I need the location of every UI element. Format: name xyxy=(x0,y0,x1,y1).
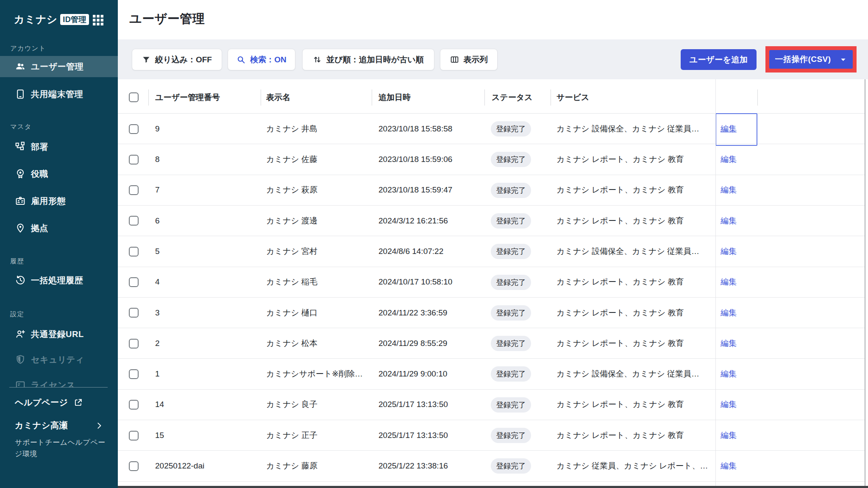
sidebar-item-registration-url[interactable]: 共通登録URL xyxy=(0,323,118,345)
filter-button-label: 絞り込み：OFF xyxy=(155,54,212,65)
search-button[interactable]: 検索：ON xyxy=(228,49,295,70)
sidebar-item-employment-types[interactable]: 雇用形態 xyxy=(0,190,118,212)
sort-button-label: 並び順：追加日時が古い順 xyxy=(326,54,423,65)
cell-services: カミナシ レポート、カミナシ 教育 xyxy=(556,215,684,226)
edit-link[interactable]: 編集 xyxy=(721,215,737,226)
row-checkbox[interactable] xyxy=(129,461,139,471)
column-header-name[interactable]: 表示名 xyxy=(266,92,290,102)
edit-link[interactable]: 編集 xyxy=(721,399,737,410)
help-page-label: ヘルプページ xyxy=(15,397,68,408)
sort-button[interactable]: 並び順：追加日時が古い順 xyxy=(302,49,434,70)
cell-display-name: カミナシ 渡邊 xyxy=(266,215,317,226)
cell-services: カミナシ 設備保全、カミナシ 従業員… xyxy=(556,123,699,134)
cell-user-id: 7 xyxy=(155,185,160,195)
column-header-added[interactable]: 追加日時 xyxy=(378,92,411,102)
sidebar-item-roles[interactable]: 役職 xyxy=(0,163,118,184)
bulk-operation-button[interactable]: 一括操作(CSV) xyxy=(769,50,853,69)
table-right-border xyxy=(865,79,865,488)
table-row: 7 カミナシ 萩原 2023/10/18 15:59:47 登録完了 カミナシ … xyxy=(118,175,865,206)
sidebar-item-label: 共通登録URL xyxy=(31,329,84,340)
sidebar-item-label: ライセンス xyxy=(31,379,75,388)
environment-label: サポートチームヘルプページ環境 xyxy=(15,437,106,460)
sidebar-item-label: 部署 xyxy=(31,141,48,153)
help-page-link[interactable]: ヘルプページ xyxy=(15,397,83,408)
section-label-master: マスタ xyxy=(10,123,32,131)
cell-added-at: 2024/8/6 14:07:22 xyxy=(378,247,443,256)
edit-link[interactable]: 編集 xyxy=(721,276,737,287)
status-badge: 登録完了 xyxy=(491,458,531,474)
edit-link[interactable]: 編集 xyxy=(721,338,737,349)
table-header xyxy=(118,79,865,114)
edit-link[interactable]: 編集 xyxy=(721,430,737,441)
edit-link[interactable]: 編集 xyxy=(721,154,737,165)
cell-services: カミナシ レポート、カミナシ 教育 xyxy=(556,307,684,318)
column-header-id[interactable]: ユーザー管理番号 xyxy=(155,92,220,102)
edit-link[interactable]: 編集 xyxy=(721,246,737,257)
shield-icon xyxy=(15,354,25,365)
map-pin-icon xyxy=(15,223,25,233)
status-badge: 登録完了 xyxy=(491,121,531,137)
award-icon xyxy=(15,169,25,179)
sidebar-item-license[interactable]: ライセンス xyxy=(0,374,118,387)
cell-added-at: 2024/11/29 9:00:10 xyxy=(378,369,447,379)
row-checkbox[interactable] xyxy=(129,339,139,349)
users-icon xyxy=(15,61,25,72)
sidebar-item-user-management[interactable]: ユーザー管理 xyxy=(0,56,118,77)
cell-user-id: 14 xyxy=(155,400,164,409)
cell-added-at: 2024/3/12 16:21:56 xyxy=(378,216,448,226)
cell-added-at: 2023/10/18 15:58:58 xyxy=(378,124,452,134)
edit-link[interactable]: 編集 xyxy=(721,307,737,318)
header-divider xyxy=(551,89,551,106)
app-logo[interactable]: カミナシ ID管理 xyxy=(14,13,89,26)
sidebar-item-bulk-history[interactable]: 一括処理履歴 xyxy=(0,270,118,291)
cell-services: カミナシ レポート、カミナシ 教育 xyxy=(556,184,684,195)
caret-down-icon xyxy=(839,56,847,64)
column-header-status[interactable]: ステータス xyxy=(492,92,533,102)
add-user-button[interactable]: ユーザーを追加 xyxy=(681,49,757,70)
row-checkbox[interactable] xyxy=(129,400,139,410)
sidebar-item-security[interactable]: セキュリティ xyxy=(0,349,118,370)
row-checkbox[interactable] xyxy=(129,124,139,134)
header-divider xyxy=(757,89,758,106)
cell-display-name: カミナシ 正子 xyxy=(266,430,317,441)
cell-added-at: 2025/1/17 13:13:50 xyxy=(378,431,448,440)
section-label-history: 履歴 xyxy=(10,257,24,265)
row-checkbox[interactable] xyxy=(129,277,139,287)
sidebar: カミナシ ID管理 アカウント ユーザー管理 xyxy=(0,0,118,488)
select-all-checkbox[interactable] xyxy=(129,92,139,102)
cell-services: カミナシ レポート、カミナシ 教育 xyxy=(556,430,684,441)
sidebar-item-label: 役職 xyxy=(31,168,48,180)
sidebar-item-label: 雇用形態 xyxy=(31,195,66,207)
cell-display-name: カミナシ 宮村 xyxy=(266,246,317,257)
column-header-service[interactable]: サービス xyxy=(556,92,589,102)
page-title: ユーザー管理 xyxy=(129,11,205,28)
cell-display-name: カミナシ 佐藤 xyxy=(266,154,317,165)
app-grid-icon[interactable] xyxy=(93,15,103,25)
edit-link[interactable]: 編集 xyxy=(721,184,737,195)
row-checkbox[interactable] xyxy=(129,369,139,379)
row-checkbox[interactable] xyxy=(129,185,139,195)
status-badge: 登録完了 xyxy=(491,397,531,413)
row-checkbox[interactable] xyxy=(129,308,139,318)
section-label-settings: 設定 xyxy=(10,310,24,318)
sidebar-item-departments[interactable]: 部署 xyxy=(0,136,118,157)
edit-link[interactable]: 編集 xyxy=(721,123,737,134)
status-badge: 登録完了 xyxy=(491,305,531,321)
sidebar-item-locations[interactable]: 拠点 xyxy=(0,218,118,239)
cell-services: カミナシ レポート、カミナシ 教育 xyxy=(556,276,684,287)
history-icon xyxy=(15,275,25,285)
cell-added-at: 2024/11/22 3:36:59 xyxy=(378,308,447,318)
row-checkbox[interactable] xyxy=(129,431,139,441)
filter-button[interactable]: 絞り込み：OFF xyxy=(132,49,222,70)
edit-link[interactable]: 編集 xyxy=(721,368,737,379)
sidebar-item-shared-devices[interactable]: 共用端末管理 xyxy=(0,84,118,105)
funnel-icon xyxy=(142,56,150,64)
account-menu[interactable]: カミナシ高瀬 xyxy=(15,420,103,431)
edit-link[interactable]: 編集 xyxy=(721,460,737,471)
row-checkbox[interactable] xyxy=(129,247,139,257)
section-label-account: アカウント xyxy=(10,45,46,52)
row-checkbox[interactable] xyxy=(129,155,139,165)
horizontal-scrollbar[interactable] xyxy=(118,486,868,488)
row-checkbox[interactable] xyxy=(129,216,139,226)
columns-button[interactable]: 表示列 xyxy=(440,49,498,70)
